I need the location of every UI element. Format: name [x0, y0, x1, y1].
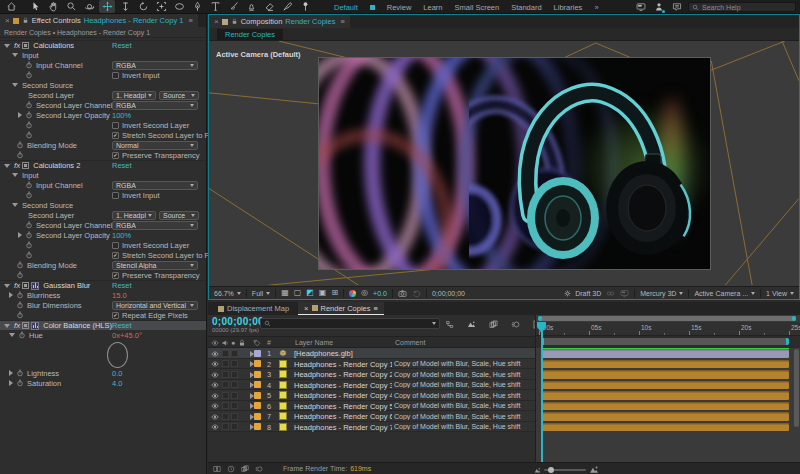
view-dropdown[interactable]: Active Camera ...	[694, 290, 755, 297]
effect-enable-icon[interactable]	[22, 282, 29, 289]
resolution-dropdown[interactable]: Full	[252, 290, 270, 297]
reset-link[interactable]: Reset	[112, 281, 132, 290]
layer-bar-2[interactable]	[541, 360, 789, 369]
effect-row-second-source[interactable]: Second Source	[0, 200, 206, 210]
composition-viewer[interactable]: Active Camera (Default)	[209, 41, 799, 286]
effect-enable-icon[interactable]	[22, 42, 29, 49]
effect-header-calculations[interactable]: fxCalculationsReset	[0, 40, 206, 50]
layer-bar-8[interactable]	[541, 423, 789, 432]
effect-header-calculations-2[interactable]: fxCalculations 2Reset	[0, 160, 206, 170]
tool-pan-behind-icon[interactable]	[153, 0, 169, 13]
effect-row-second-layer-channel[interactable]: Second Layer ChannelRGBA	[0, 220, 206, 230]
twirl-icon[interactable]	[4, 44, 10, 48]
view-layout-dropdown[interactable]: 1 View	[766, 290, 794, 297]
effect-row-invert-second-layer[interactable]: Invert Second Layer	[0, 240, 206, 250]
checkbox-invert-input[interactable]	[112, 72, 119, 79]
tool-home-icon[interactable]	[3, 0, 19, 13]
dropdown-blending-mode[interactable]: Normal	[112, 141, 198, 150]
close-icon[interactable]: ×	[214, 17, 219, 26]
stopwatch-icon[interactable]	[25, 221, 33, 229]
feedback-icon[interactable]	[672, 2, 682, 12]
layer-name[interactable]: [Headphones.glb]	[294, 349, 392, 358]
preview-timecode[interactable]: 0;00;00;00	[432, 290, 465, 297]
region-of-interest-icon[interactable]: ▣	[319, 289, 327, 297]
layer-comment[interactable]: Copy of Model with Blur, Scale, Hue shif…	[394, 371, 532, 378]
stopwatch-icon[interactable]	[16, 261, 24, 269]
stopwatch-icon[interactable]	[16, 151, 24, 159]
tab-composition[interactable]: × Composition Render Copies ≡	[209, 15, 350, 28]
horizontal-scrollbar[interactable]	[538, 316, 796, 321]
layer-bar-1[interactable]	[541, 349, 789, 358]
twirl-icon[interactable]	[12, 173, 18, 177]
stopwatch-icon[interactable]	[25, 251, 33, 259]
layer-name[interactable]: Headphones - Render Copy 3	[294, 381, 392, 390]
workspace-review[interactable]: Review	[387, 3, 412, 12]
effect-row-blur-dimensions[interactable]: Blur DimensionsHorizontal and Vertical	[0, 300, 206, 310]
tab-displacement-map[interactable]: Displacement Map	[212, 302, 295, 315]
effect-row-second-source[interactable]: Second Source	[0, 80, 206, 90]
switch-well[interactable]	[222, 402, 229, 409]
transparency-grid-icon[interactable]: ◩	[306, 289, 314, 297]
switch-well[interactable]	[222, 350, 229, 357]
twirl-icon[interactable]	[9, 380, 13, 386]
label-column-icon[interactable]	[253, 339, 261, 347]
dropdown-input-channel[interactable]: RGBA	[112, 61, 198, 70]
stopwatch-icon[interactable]	[16, 379, 24, 387]
label-color[interactable]	[254, 350, 261, 357]
lock-icon[interactable]	[231, 18, 238, 25]
twirl-icon[interactable]	[9, 333, 15, 337]
effect-enable-icon[interactable]	[22, 162, 29, 169]
video-column-icon[interactable]	[211, 339, 219, 347]
timeline-search[interactable]	[260, 318, 440, 329]
layer-row-3[interactable]: 3Headphones - Render Copy 2Copy of Model…	[208, 369, 535, 380]
dropdown-second-layer-source[interactable]: Source	[159, 211, 199, 220]
number-column[interactable]: #	[267, 339, 271, 346]
tool-puppet-pin-icon[interactable]	[297, 0, 313, 13]
switch-well[interactable]	[231, 423, 238, 430]
motion-blur-icon[interactable]	[511, 320, 520, 329]
current-timecode[interactable]: 0;00;00;00	[212, 316, 264, 327]
effect-row-stretch-second-layer-to-f[interactable]: ✓Stretch Second Layer to F	[0, 130, 206, 140]
eye-icon[interactable]	[211, 413, 219, 421]
checkbox-stretch-second-layer-to-f[interactable]: ✓	[112, 252, 119, 259]
effect-row-preserve-transparency[interactable]: ✓Preserve Transparency	[0, 270, 206, 280]
tool-brush-icon[interactable]	[225, 0, 241, 13]
zoom-out-icon[interactable]	[534, 467, 541, 474]
account-icon[interactable]	[654, 2, 664, 12]
zoom-in-icon[interactable]	[589, 465, 599, 474]
stopwatch-icon[interactable]	[25, 71, 33, 79]
layer-row-4[interactable]: 4Headphones - Render Copy 3Copy of Model…	[208, 380, 535, 391]
comment-column[interactable]: Comment	[395, 339, 425, 346]
twirl-icon[interactable]	[18, 232, 22, 238]
checkbox-stretch-second-layer-to-f[interactable]: ✓	[112, 132, 119, 139]
draft-3d-toggle[interactable]: Draft 3D	[563, 289, 601, 298]
checkbox-invert-second-layer[interactable]	[112, 242, 119, 249]
timeline-zoom-slider[interactable]	[534, 465, 599, 474]
layer-name[interactable]: Headphones - Render Copy 7	[294, 423, 392, 432]
layer-row-6[interactable]: 6Headphones - Render Copy 5Copy of Model…	[208, 401, 535, 412]
stopwatch-icon[interactable]	[16, 271, 24, 279]
tool-pan-camera-icon[interactable]	[99, 0, 115, 13]
workspace-small-screen[interactable]: Small Screen	[455, 3, 500, 12]
effect-row-hue-dial[interactable]	[107, 342, 128, 368]
close-icon[interactable]: ×	[304, 304, 308, 313]
work-area-bar[interactable]	[541, 338, 789, 345]
stopwatch-icon[interactable]	[16, 141, 24, 149]
layer-bar-3[interactable]	[541, 370, 789, 379]
checkbox-preserve-transparency[interactable]: ✓	[112, 272, 119, 279]
frame-blend-footer-icon[interactable]	[241, 465, 249, 473]
effect-row-second-layer-opacity[interactable]: Second Layer Opacity100%	[0, 230, 206, 240]
stopwatch-icon[interactable]	[18, 331, 26, 339]
switch-well[interactable]	[231, 371, 238, 378]
stopwatch-icon[interactable]	[16, 291, 24, 299]
reset-link[interactable]: Reset	[112, 41, 132, 50]
show-snapshot-icon[interactable]	[412, 289, 421, 298]
value-second-layer-opacity[interactable]: 100%	[112, 231, 131, 240]
effect-row-invert-input[interactable]: Invert Input	[0, 70, 206, 80]
label-color[interactable]	[254, 392, 261, 399]
eye-icon[interactable]	[211, 350, 219, 358]
twirl-icon[interactable]	[12, 203, 18, 207]
tool-zoom-icon[interactable]	[63, 0, 79, 13]
value-hue[interactable]: 0x+45.0°	[112, 331, 142, 340]
switch-well[interactable]	[222, 381, 229, 388]
